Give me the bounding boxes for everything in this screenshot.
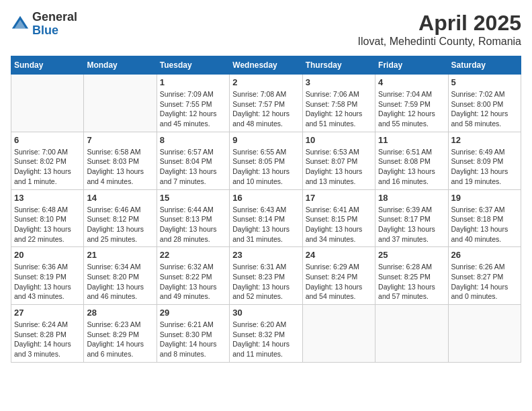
logo-blue-text: Blue [32,24,58,37]
day-number: 9 [232,135,299,145]
calendar-cell: 3Sunrise: 7:06 AM Sunset: 7:58 PM Daylig… [302,75,375,132]
calendar-cell: 26Sunrise: 6:26 AM Sunset: 8:27 PM Dayli… [448,247,521,305]
day-info: Sunrise: 7:00 AM Sunset: 8:02 PM Dayligh… [14,147,81,187]
day-info: Sunrise: 7:09 AM Sunset: 7:55 PM Dayligh… [160,89,226,129]
calendar-week-row: 27Sunrise: 6:24 AM Sunset: 8:28 PM Dayli… [11,305,521,363]
day-number: 3 [306,77,372,87]
calendar-week-row: 6Sunrise: 7:00 AM Sunset: 8:02 PM Daylig… [11,132,521,189]
day-info: Sunrise: 6:24 AM Sunset: 8:28 PM Dayligh… [14,320,81,359]
day-number: 8 [160,135,226,145]
day-info: Sunrise: 6:26 AM Sunset: 8:27 PM Dayligh… [451,262,518,302]
page-header: General Blue April 2025 Ilovat, Mehedint… [11,11,521,48]
weekday-header-saturday: Saturday [448,56,521,75]
day-info: Sunrise: 6:58 AM Sunset: 8:03 PM Dayligh… [87,147,153,187]
calendar-cell: 13Sunrise: 6:48 AM Sunset: 8:10 PM Dayli… [11,189,84,247]
day-info: Sunrise: 6:46 AM Sunset: 8:12 PM Dayligh… [87,205,153,244]
day-number: 10 [306,135,372,145]
calendar-cell: 21Sunrise: 6:34 AM Sunset: 8:20 PM Dayli… [84,247,157,305]
calendar-cell: 23Sunrise: 6:31 AM Sunset: 8:23 PM Dayli… [230,247,302,305]
calendar-cell [375,305,448,363]
day-info: Sunrise: 6:20 AM Sunset: 8:32 PM Dayligh… [232,320,299,359]
calendar-cell: 28Sunrise: 6:23 AM Sunset: 8:29 PM Dayli… [84,305,157,363]
calendar-cell: 11Sunrise: 6:51 AM Sunset: 8:08 PM Dayli… [375,132,448,189]
day-info: Sunrise: 6:57 AM Sunset: 8:04 PM Dayligh… [160,147,226,187]
calendar-cell: 29Sunrise: 6:21 AM Sunset: 8:30 PM Dayli… [157,305,229,363]
calendar-cell: 30Sunrise: 6:20 AM Sunset: 8:32 PM Dayli… [230,305,302,363]
day-number: 23 [232,250,299,260]
calendar-title: April 2025 [358,11,521,36]
calendar-cell: 20Sunrise: 6:36 AM Sunset: 8:19 PM Dayli… [11,247,84,305]
day-number: 28 [87,308,153,318]
weekday-header-wednesday: Wednesday [230,56,302,75]
calendar-cell: 5Sunrise: 7:02 AM Sunset: 8:00 PM Daylig… [448,75,521,132]
day-info: Sunrise: 7:08 AM Sunset: 7:57 PM Dayligh… [232,89,299,129]
calendar-cell: 9Sunrise: 6:55 AM Sunset: 8:05 PM Daylig… [230,132,302,189]
day-number: 20 [14,250,81,260]
calendar-cell [448,305,521,363]
day-info: Sunrise: 6:34 AM Sunset: 8:20 PM Dayligh… [87,262,153,302]
calendar-cell: 16Sunrise: 6:43 AM Sunset: 8:14 PM Dayli… [230,189,302,247]
day-info: Sunrise: 6:36 AM Sunset: 8:19 PM Dayligh… [14,262,81,302]
day-number: 5 [451,77,518,87]
day-number: 14 [87,193,153,203]
day-number: 26 [451,250,518,260]
weekday-header-thursday: Thursday [302,56,375,75]
day-number: 21 [87,250,153,260]
day-number: 27 [14,308,81,318]
day-number: 29 [160,308,226,318]
day-number: 25 [378,250,445,260]
logo: General Blue [11,11,77,38]
calendar-cell: 1Sunrise: 7:09 AM Sunset: 7:55 PM Daylig… [157,75,229,132]
calendar-cell: 8Sunrise: 6:57 AM Sunset: 8:04 PM Daylig… [157,132,229,189]
day-number: 15 [160,193,226,203]
calendar-cell [11,75,84,132]
weekday-header-row: SundayMondayTuesdayWednesdayThursdayFrid… [11,56,521,75]
calendar-cell: 27Sunrise: 6:24 AM Sunset: 8:28 PM Dayli… [11,305,84,363]
day-info: Sunrise: 6:39 AM Sunset: 8:17 PM Dayligh… [378,205,445,244]
title-block: April 2025 Ilovat, Mehedinti County, Rom… [358,11,521,48]
day-info: Sunrise: 6:55 AM Sunset: 8:05 PM Dayligh… [232,147,299,187]
logo-icon [11,15,30,34]
calendar-week-row: 20Sunrise: 6:36 AM Sunset: 8:19 PM Dayli… [11,247,521,305]
calendar-table: SundayMondayTuesdayWednesdayThursdayFrid… [11,56,521,363]
calendar-cell: 24Sunrise: 6:29 AM Sunset: 8:24 PM Dayli… [302,247,375,305]
calendar-cell: 18Sunrise: 6:39 AM Sunset: 8:17 PM Dayli… [375,189,448,247]
calendar-cell: 6Sunrise: 7:00 AM Sunset: 8:02 PM Daylig… [11,132,84,189]
day-number: 4 [378,77,445,87]
day-info: Sunrise: 6:44 AM Sunset: 8:13 PM Dayligh… [160,205,226,244]
calendar-cell: 15Sunrise: 6:44 AM Sunset: 8:13 PM Dayli… [157,189,229,247]
day-info: Sunrise: 6:37 AM Sunset: 8:18 PM Dayligh… [451,205,518,244]
weekday-header-friday: Friday [375,56,448,75]
day-info: Sunrise: 6:29 AM Sunset: 8:24 PM Dayligh… [306,262,372,302]
day-info: Sunrise: 6:49 AM Sunset: 8:09 PM Dayligh… [451,147,518,187]
day-info: Sunrise: 7:06 AM Sunset: 7:58 PM Dayligh… [306,89,372,129]
day-number: 7 [87,135,153,145]
day-number: 16 [232,193,299,203]
day-info: Sunrise: 6:48 AM Sunset: 8:10 PM Dayligh… [14,205,81,244]
day-info: Sunrise: 6:32 AM Sunset: 8:22 PM Dayligh… [160,262,226,302]
day-number: 1 [160,77,226,87]
calendar-subtitle: Ilovat, Mehedinti County, Romania [358,36,521,48]
day-number: 18 [378,193,445,203]
day-info: Sunrise: 6:51 AM Sunset: 8:08 PM Dayligh… [378,147,445,187]
day-number: 11 [378,135,445,145]
calendar-cell: 25Sunrise: 6:28 AM Sunset: 8:25 PM Dayli… [375,247,448,305]
calendar-cell: 4Sunrise: 7:04 AM Sunset: 7:59 PM Daylig… [375,75,448,132]
logo-general-text: General [32,10,77,24]
calendar-cell: 12Sunrise: 6:49 AM Sunset: 8:09 PM Dayli… [448,132,521,189]
calendar-cell: 10Sunrise: 6:53 AM Sunset: 8:07 PM Dayli… [302,132,375,189]
calendar-cell: 14Sunrise: 6:46 AM Sunset: 8:12 PM Dayli… [84,189,157,247]
calendar-cell [302,305,375,363]
calendar-cell [84,75,157,132]
calendar-cell: 7Sunrise: 6:58 AM Sunset: 8:03 PM Daylig… [84,132,157,189]
day-number: 6 [14,135,81,145]
day-info: Sunrise: 6:31 AM Sunset: 8:23 PM Dayligh… [232,262,299,302]
day-number: 19 [451,193,518,203]
day-info: Sunrise: 6:28 AM Sunset: 8:25 PM Dayligh… [378,262,445,302]
calendar-cell: 17Sunrise: 6:41 AM Sunset: 8:15 PM Dayli… [302,189,375,247]
day-number: 17 [306,193,372,203]
day-info: Sunrise: 6:41 AM Sunset: 8:15 PM Dayligh… [306,205,372,244]
day-number: 12 [451,135,518,145]
calendar-week-row: 13Sunrise: 6:48 AM Sunset: 8:10 PM Dayli… [11,189,521,247]
day-info: Sunrise: 6:53 AM Sunset: 8:07 PM Dayligh… [306,147,372,187]
